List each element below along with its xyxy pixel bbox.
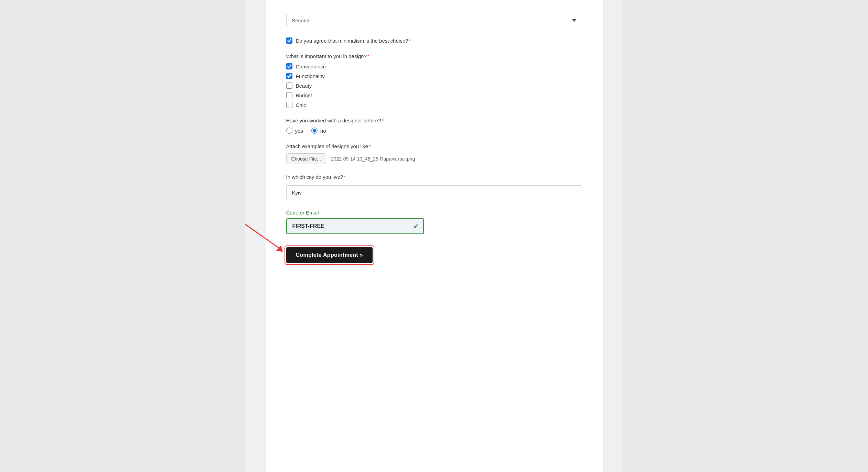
file-name-text: 2022-09-14 10_48_25-Параметры.png — [331, 156, 415, 162]
chic-checkbox[interactable] — [286, 102, 292, 108]
attach-designs-block: Attach examples of designs you like* Cho… — [286, 143, 582, 164]
beauty-label: Beauty — [296, 83, 312, 89]
code-input-wrapper: ✔ — [286, 218, 424, 234]
minimalism-checkbox[interactable] — [286, 37, 292, 44]
beauty-checkbox[interactable] — [286, 83, 292, 89]
code-input[interactable] — [286, 218, 424, 234]
radio-yes[interactable] — [286, 128, 292, 134]
functionality-checkbox[interactable] — [286, 73, 292, 79]
submit-area: Complete Appointment » — [286, 247, 373, 263]
budget-label: Budget — [296, 92, 312, 98]
required-star-city: * — [344, 174, 346, 180]
complete-appointment-button[interactable]: Complete Appointment » — [286, 247, 373, 263]
choose-file-button[interactable]: Choose File... — [286, 153, 326, 164]
submit-button-wrapper: Complete Appointment » — [286, 247, 373, 263]
city-input[interactable] — [286, 185, 582, 200]
chic-label: Chic — [296, 102, 306, 108]
designer-radio-group: yes no — [286, 128, 582, 134]
arrow-svg — [238, 221, 293, 255]
page-wrapper: First Second Third Do you agree that min… — [245, 0, 623, 472]
radio-no[interactable] — [311, 128, 318, 134]
code-label: Code or Email — [286, 210, 582, 216]
radio-yes-row: yes — [286, 128, 303, 134]
code-check-icon: ✔ — [413, 222, 419, 230]
checkbox-chic-row: Chic — [286, 102, 582, 108]
design-importance-label: What is important to you in design?* — [286, 53, 582, 59]
city-question-label: In which city do you live?* — [286, 174, 582, 180]
code-section: Code or Email ✔ — [286, 210, 582, 234]
checkbox-budget-row: Budget — [286, 92, 582, 98]
required-star-design: * — [367, 53, 369, 59]
city-question-block: In which city do you live?* — [286, 174, 582, 200]
design-importance-block: What is important to you in design?* Con… — [286, 53, 582, 108]
attach-designs-label: Attach examples of designs you like* — [286, 143, 582, 149]
arrow-annotation — [238, 221, 293, 256]
file-upload-row: Choose File... 2022-09-14 10_48_25-Парам… — [286, 153, 582, 164]
required-star-attach: * — [369, 143, 371, 149]
minimalism-question-block: Do you agree that minimalism is the best… — [286, 37, 582, 44]
radio-no-label: no — [320, 128, 326, 134]
svg-line-0 — [245, 224, 279, 248]
minimalism-label: Do you agree that minimalism is the best… — [296, 38, 411, 44]
convenience-checkbox[interactable] — [286, 63, 292, 69]
designer-question-label: Have you worked with a designer before?* — [286, 118, 582, 123]
convenience-label: Convenience — [296, 64, 326, 69]
dropdown-row: First Second Third — [286, 14, 582, 27]
second-dropdown[interactable]: First Second Third — [286, 14, 582, 27]
radio-yes-label: yes — [295, 128, 303, 134]
checkbox-beauty-row: Beauty — [286, 83, 582, 89]
functionality-label: Functionality — [296, 73, 325, 79]
checkbox-functionality-row: Functionality — [286, 73, 582, 79]
checkbox-convenience-row: Convenience — [286, 63, 582, 69]
radio-no-row: no — [311, 128, 326, 134]
budget-checkbox[interactable] — [286, 92, 292, 98]
designer-question-block: Have you worked with a designer before?*… — [286, 118, 582, 134]
required-star-designer: * — [382, 118, 384, 123]
required-star-minimalism: * — [409, 38, 411, 44]
form-card: First Second Third Do you agree that min… — [266, 0, 603, 472]
